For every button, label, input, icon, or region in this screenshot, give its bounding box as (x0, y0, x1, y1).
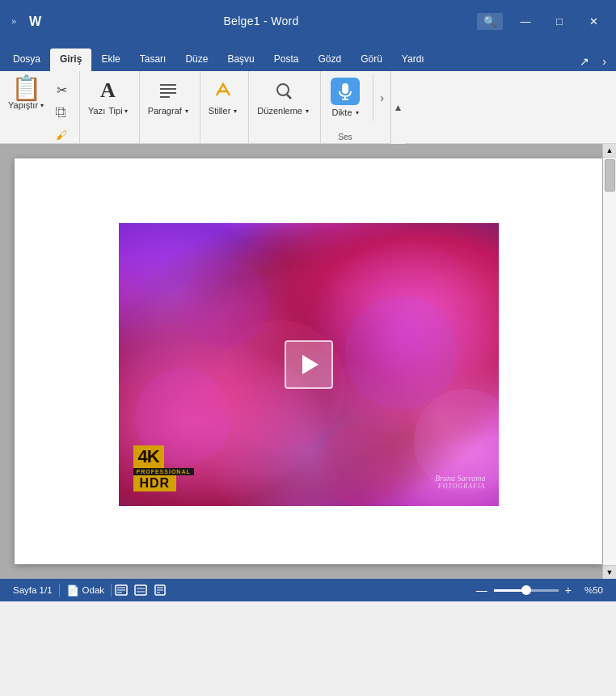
document-page: 4K PROFESSIONAL HDR Bruna Sarrama FOTOGR… (15, 158, 602, 564)
view-mode-1[interactable] (112, 579, 131, 601)
window-title: Belge1 - Word (45, 15, 477, 27)
kes-button[interactable]: ✂ (50, 79, 73, 100)
tab-duzen[interactable]: Düze (175, 49, 217, 71)
embedded-video[interactable]: 4K PROFESSIONAL HDR Bruna Sarrama FOTOGR… (119, 223, 499, 506)
play-button[interactable] (285, 340, 333, 389)
view-read-icon (154, 584, 167, 596)
ribbon-tabs: Dosya Giriş Ekle Tasarı Düze Başvu Posta… (0, 42, 616, 71)
duzenleme-icon (270, 78, 296, 103)
stiller-label: Stiller ▾ (209, 106, 238, 116)
pano-sub-buttons: ✂ ⿻ 🖌 (50, 74, 73, 146)
paragraf-label: Paragraf ▾ (148, 106, 188, 116)
page-text: Sayfa 1/1 (13, 585, 53, 595)
zoom-slider-thumb[interactable] (521, 585, 531, 595)
tab-gorunum[interactable]: Görü (351, 49, 392, 71)
zoom-slider-track[interactable] (494, 589, 559, 592)
duzenleme-label: Düzenleme ▾ (257, 106, 309, 116)
tab-tasarim[interactable]: Tasarı (130, 49, 176, 71)
view-mode-3[interactable] (150, 579, 170, 601)
paragraf-button[interactable]: Paragraf ▾ (143, 74, 193, 121)
view-web-icon (134, 584, 147, 596)
kopyala-button[interactable]: ⿻ (50, 102, 73, 123)
stiller-group-label (204, 138, 243, 143)
tab-basvurular[interactable]: Başvu (217, 49, 264, 71)
scroll-track[interactable] (603, 158, 617, 565)
tab-ekle[interactable]: Ekle (91, 49, 129, 71)
ribbon-group-paragraf: Paragraf ▾ (140, 71, 200, 143)
ribbon-scroll-up[interactable]: ▲ (390, 71, 405, 144)
duzenleme-content: Düzenleme ▾ (252, 71, 314, 138)
svg-point-18 (127, 231, 192, 296)
microphone-icon (337, 82, 353, 101)
tab-dosya[interactable]: Dosya (3, 49, 50, 71)
ribbon-expand-button[interactable]: › (373, 74, 390, 121)
scroll-down-button[interactable]: ▼ (603, 565, 617, 579)
svg-point-7 (277, 84, 289, 95)
odak-label: Odak (82, 585, 105, 595)
vertical-scrollbar: ▲ ▼ (602, 144, 616, 579)
yazi-tipi-content: A Yazı Tipi▾ (83, 71, 133, 138)
ribbon-group-duzenleme: Düzenleme ▾ (249, 71, 321, 143)
status-bar: Sayfa 1/1 📄 Odak — (0, 579, 616, 601)
maximize-button[interactable]: □ (543, 8, 576, 34)
duzenleme-button[interactable]: Düzenleme ▾ (252, 74, 314, 121)
ribbon-group-ses: Dikte ▾ Ses (321, 71, 373, 143)
close-button[interactable]: ✕ (577, 8, 610, 34)
zoom-controls: — + %50 (473, 584, 610, 597)
title-bar: » W Belge1 - Word 🔍 — □ ✕ (0, 0, 616, 42)
play-triangle-icon (302, 355, 319, 374)
paste-icon: 📋 (11, 76, 41, 100)
page-indicator[interactable]: Sayfa 1/1 (6, 579, 59, 601)
tab-posta[interactable]: Posta (264, 49, 309, 71)
title-bar-left: » W (6, 11, 45, 31)
title-search[interactable]: 🔍 (477, 13, 503, 30)
stiller-icon (210, 78, 236, 103)
word-logo-icon: W (26, 11, 45, 31)
zoom-percent[interactable]: %50 (578, 585, 610, 595)
scroll-thumb[interactable] (605, 159, 615, 192)
dikte-icon (331, 78, 360, 105)
yapistir-label: Yapıştır ▾ (8, 100, 44, 110)
scroll-up-button[interactable]: ▲ (603, 144, 617, 158)
yazi-tipi-button[interactable]: A Yazı Tipi▾ (83, 74, 133, 121)
odak-icon: 📄 (66, 584, 79, 597)
4k-label: 4K (133, 445, 164, 468)
yazi-tipi-icon: A (95, 78, 120, 103)
tab-gozden[interactable]: Gözd (308, 49, 351, 71)
ribbon-group-yazi-tipi: A Yazı Tipi▾ (80, 71, 140, 143)
ribbon-group-stiller: Stiller ▾ (200, 71, 250, 143)
dikte-label: Dikte ▾ (331, 108, 358, 118)
paragraph-lines-icon (157, 79, 179, 102)
search-doc-icon (272, 79, 294, 102)
dikte-button[interactable]: Dikte ▾ (324, 74, 366, 121)
quick-access-expand[interactable]: » (6, 13, 21, 29)
minimize-button[interactable]: — (509, 8, 542, 34)
view-mode-2[interactable] (131, 579, 150, 601)
paragraf-group-label (143, 138, 193, 143)
watermark: Bruna Sarrama FOTOGRAFIA (435, 474, 486, 490)
ribbon-more-button[interactable]: › (596, 52, 613, 71)
tab-giris[interactable]: Giriş (50, 49, 91, 71)
svg-text:W: W (29, 15, 42, 28)
share-button[interactable]: ↗ (573, 52, 596, 71)
document-area: 4K PROFESSIONAL HDR Bruna Sarrama FOTOGR… (0, 144, 616, 579)
yazi-tipi-label: Yazı Tipi▾ (88, 106, 128, 116)
ribbon-toolbar: 📋 Yapıştır ▾ ✂ ⿻ 🖌 Pano ⬡ A (0, 71, 616, 144)
pano-content: 📋 Yapıştır ▾ ✂ ⿻ 🖌 (5, 71, 73, 146)
bicim-boyaci-button[interactable]: 🖌 (50, 124, 73, 146)
zoom-out-button[interactable]: — (473, 584, 491, 597)
zoom-in-button[interactable]: + (562, 584, 575, 597)
odak-button[interactable]: 📄 Odak (60, 579, 112, 601)
stiller-button[interactable]: Stiller ▾ (204, 74, 243, 121)
svg-rect-23 (135, 585, 146, 595)
tab-yardim[interactable]: Yardı (392, 49, 434, 71)
yapistir-button[interactable]: 📋 Yapıştır ▾ (5, 74, 47, 112)
yazi-tipi-group-label (83, 138, 133, 143)
ses-content: Dikte ▾ (324, 71, 366, 129)
paragraf-icon (155, 78, 181, 103)
yapistir-arrow: ▾ (40, 102, 44, 109)
ses-group-label: Ses (324, 129, 366, 143)
window-controls: — □ ✕ (509, 8, 610, 34)
svg-rect-9 (342, 83, 348, 94)
styles-icon (212, 79, 234, 102)
